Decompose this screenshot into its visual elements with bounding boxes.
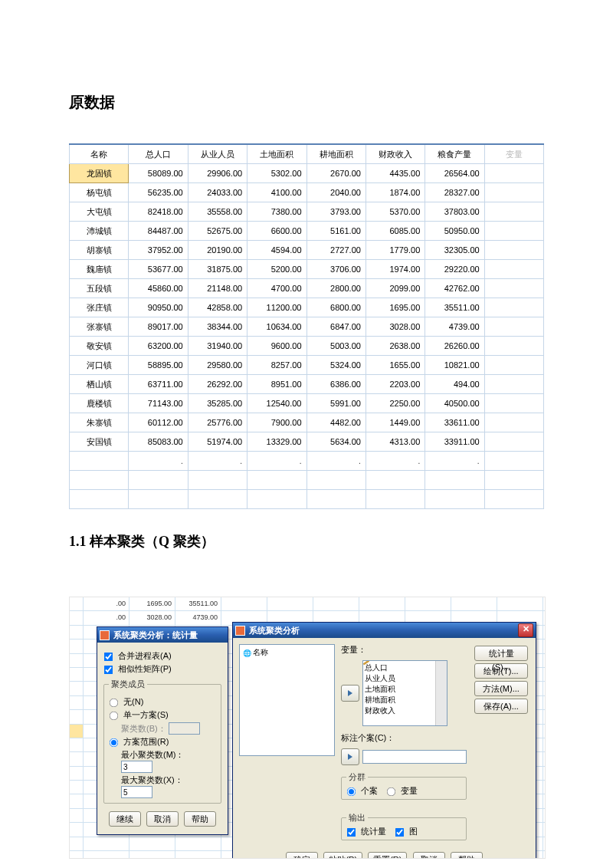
cell-value[interactable]: 51974.00: [188, 432, 247, 452]
cell-value[interactable]: 11200.00: [247, 298, 306, 317]
btn-cancel-stats[interactable]: 取消: [146, 811, 179, 827]
cell-value[interactable]: 63200.00: [129, 337, 188, 356]
cell-value[interactable]: 12540.00: [247, 394, 306, 413]
cell-value[interactable]: 1874.00: [366, 183, 425, 202]
cell-value[interactable]: 9600.00: [247, 337, 306, 356]
move-case-button[interactable]: [341, 748, 359, 765]
cell-value[interactable]: 31875.00: [188, 260, 247, 279]
cell-value[interactable]: 4594.00: [247, 241, 306, 260]
cell-value[interactable]: 4100.00: [247, 183, 306, 202]
btn-ok[interactable]: 确定: [286, 852, 318, 859]
btn-cancel-main[interactable]: 取消: [413, 852, 445, 859]
cell-value[interactable]: 8951.00: [247, 375, 306, 394]
cell-value[interactable]: 3793.00: [306, 202, 366, 222]
cell-value[interactable]: 85083.00: [129, 432, 188, 452]
cell-name[interactable]: 河口镇: [70, 356, 129, 375]
cell-name[interactable]: 杨屯镇: [70, 183, 129, 202]
cell-value[interactable]: 7900.00: [247, 413, 306, 432]
cell-value[interactable]: 71143.00: [129, 394, 188, 413]
cell-value[interactable]: 13329.00: [247, 432, 306, 452]
btn-paste[interactable]: 粘贴(P): [323, 852, 362, 859]
scrollbar[interactable]: [435, 661, 447, 725]
cell-value[interactable]: 20190.00: [188, 241, 247, 260]
cell-value[interactable]: 45860.00: [129, 279, 188, 298]
close-icon[interactable]: ✕: [518, 623, 533, 637]
chk-output-stats[interactable]: 统计量: [346, 827, 386, 836]
cell-value[interactable]: 89017.00: [129, 317, 188, 337]
cell-value[interactable]: 1974.00: [366, 260, 425, 279]
cell-value[interactable]: 2250.00: [366, 394, 425, 413]
btn-save[interactable]: 保存(A)...: [474, 699, 528, 714]
cell-value[interactable]: 5200.00: [247, 260, 306, 279]
cell-value[interactable]: 1655.00: [366, 356, 425, 375]
cell-value[interactable]: 42762.00: [425, 279, 484, 298]
cell-value[interactable]: 3028.00: [366, 317, 425, 337]
opt-variable[interactable]: 变量: [386, 786, 418, 795]
cell-value[interactable]: 2099.00: [366, 279, 425, 298]
cell-value[interactable]: 2670.00: [306, 164, 366, 183]
cell-value[interactable]: 31940.00: [188, 337, 247, 356]
btn-continue[interactable]: 继续: [109, 811, 141, 827]
cell-value[interactable]: 1449.00: [366, 413, 425, 432]
cell-value[interactable]: 40500.00: [425, 394, 484, 413]
chk-similarity-matrix[interactable]: 相似性矩阵(P): [103, 663, 221, 675]
cell-value[interactable]: 29580.00: [188, 356, 247, 375]
cell-name[interactable]: 张庄镇: [70, 298, 129, 317]
chk-output-plot[interactable]: 图: [395, 827, 418, 836]
cell-value[interactable]: 10821.00: [425, 356, 484, 375]
cell-value[interactable]: 56235.00: [129, 183, 188, 202]
cell-value[interactable]: 7380.00: [247, 202, 306, 222]
cell-value[interactable]: 5370.00: [366, 202, 425, 222]
cell-value[interactable]: 4435.00: [366, 164, 425, 183]
cell-name[interactable]: 龙固镇: [70, 164, 129, 183]
btn-plot[interactable]: 绘制(T)...: [474, 663, 528, 679]
cell-value[interactable]: 35511.00: [425, 298, 484, 317]
cell-value[interactable]: 2040.00: [306, 183, 366, 202]
btn-stats[interactable]: 统计量(S)...: [474, 646, 528, 661]
cell-value[interactable]: 42858.00: [188, 298, 247, 317]
cell-value[interactable]: 33611.00: [425, 413, 484, 432]
cell-value[interactable]: 8257.00: [247, 356, 306, 375]
btn-help-main[interactable]: 帮助: [451, 852, 483, 859]
cell-value[interactable]: 5302.00: [247, 164, 306, 183]
cell-value[interactable]: 38344.00: [188, 317, 247, 337]
cell-value[interactable]: 58089.00: [129, 164, 188, 183]
cell-value[interactable]: 6847.00: [306, 317, 366, 337]
btn-method[interactable]: 方法(M)...: [474, 681, 528, 696]
cell-value[interactable]: 2800.00: [306, 279, 366, 298]
cell-value[interactable]: 28327.00: [425, 183, 484, 202]
cell-name[interactable]: 朱寨镇: [70, 413, 129, 432]
input-min[interactable]: [121, 761, 152, 773]
cell-name[interactable]: 魏庙镇: [70, 260, 129, 279]
cell-value[interactable]: 53677.00: [129, 260, 188, 279]
chk-merge-table[interactable]: 合并进程表(A): [103, 650, 221, 662]
dialog-stats-titlebar[interactable]: 系统聚类分析：统计量: [97, 627, 228, 643]
cell-value[interactable]: 33911.00: [425, 432, 484, 452]
cell-value[interactable]: 1695.00: [366, 298, 425, 317]
cell-value[interactable]: 25776.00: [188, 413, 247, 432]
cell-value[interactable]: 35558.00: [188, 202, 247, 222]
cell-value[interactable]: 32305.00: [425, 241, 484, 260]
opt-case[interactable]: 个案: [346, 786, 378, 795]
cell-value[interactable]: 4482.00: [306, 413, 366, 432]
cell-name[interactable]: 胡寨镇: [70, 241, 129, 260]
cell-value[interactable]: 5991.00: [306, 394, 366, 413]
cell-value[interactable]: 5634.00: [306, 432, 366, 452]
opt-range[interactable]: 方案范围(R): [109, 736, 216, 748]
cell-value[interactable]: 4313.00: [366, 432, 425, 452]
cell-name[interactable]: 敬安镇: [70, 337, 129, 356]
move-right-button[interactable]: [341, 685, 359, 702]
cell-value[interactable]: 63711.00: [129, 375, 188, 394]
cell-value[interactable]: 35285.00: [188, 394, 247, 413]
cell-value[interactable]: 60112.00: [129, 413, 188, 432]
cell-value[interactable]: 3706.00: [306, 260, 366, 279]
cell-value[interactable]: 90950.00: [129, 298, 188, 317]
cell-value[interactable]: 4700.00: [247, 279, 306, 298]
cell-value[interactable]: 29220.00: [425, 260, 484, 279]
btn-reset[interactable]: 重置(R): [368, 852, 407, 859]
source-listbox[interactable]: 名称: [239, 644, 335, 756]
cell-value[interactable]: 37952.00: [129, 241, 188, 260]
cell-value[interactable]: 26292.00: [188, 375, 247, 394]
cell-value[interactable]: 58895.00: [129, 356, 188, 375]
cell-value[interactable]: 24033.00: [188, 183, 247, 202]
